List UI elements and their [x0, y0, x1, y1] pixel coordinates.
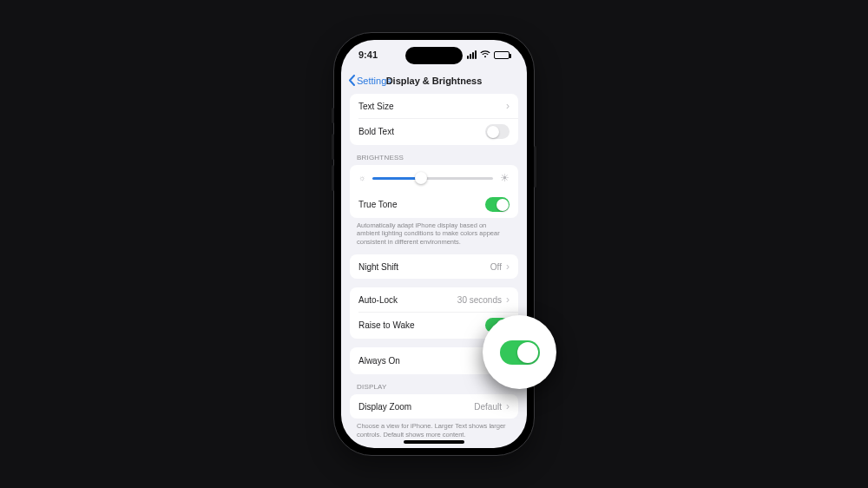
chevron-right-icon: › [506, 261, 510, 272]
dynamic-island [405, 47, 463, 64]
auto-lock-value: 30 seconds [457, 295, 502, 305]
sun-min-icon: ☼ [358, 175, 365, 182]
true-tone-row[interactable]: True Tone [350, 191, 518, 218]
auto-lock-label: Auto-Lock [358, 295, 398, 305]
wifi-icon [480, 49, 490, 60]
volume-down-button [332, 165, 334, 191]
sun-max-icon: ☀ [500, 173, 510, 183]
page-title: Display & Brightness [341, 76, 527, 86]
display-zoom-footer: Choose a view for iPhone. Larger Text sh… [350, 419, 518, 439]
nav-bar: Settings Display & Brightness [341, 69, 527, 92]
auto-lock-row[interactable]: Auto-Lock 30 seconds › [350, 287, 518, 312]
phone-frame: 9:41 Settings Display [333, 32, 535, 456]
night-shift-row[interactable]: Night Shift Off › [350, 254, 518, 279]
always-on-toggle-zoomed [500, 340, 540, 365]
night-shift-label: Night Shift [358, 262, 398, 272]
brightness-thumb[interactable] [415, 172, 427, 184]
chevron-right-icon: › [506, 401, 510, 412]
brightness-slider[interactable]: ☼ ☀ [350, 165, 518, 191]
bold-text-toggle[interactable] [485, 124, 510, 139]
display-zoom-label: Display Zoom [358, 402, 411, 412]
status-time: 9:41 [358, 49, 378, 60]
screen: 9:41 Settings Display [341, 40, 527, 448]
battery-icon [494, 51, 510, 59]
display-header: DISPLAY [350, 383, 518, 394]
settings-content: Text Size › Bold Text BRIGHTNESS ☼ [341, 92, 527, 448]
true-tone-label: True Tone [358, 200, 397, 209]
home-indicator [404, 440, 464, 444]
chevron-right-icon: › [506, 294, 510, 305]
volume-up-button [332, 134, 334, 160]
display-zoom-row[interactable]: Display Zoom Default › [350, 394, 518, 419]
raise-to-wake-label: Raise to Wake [358, 320, 415, 330]
bold-text-row[interactable]: Bold Text [350, 118, 518, 145]
true-tone-toggle[interactable] [485, 197, 510, 212]
brightness-header: BRIGHTNESS [350, 154, 518, 165]
true-tone-footer: Automatically adapt iPhone display based… [350, 218, 518, 246]
night-shift-value: Off [490, 262, 502, 272]
cellular-icon [467, 50, 477, 59]
text-size-label: Text Size [358, 102, 394, 111]
always-on-label: Always On [358, 356, 400, 366]
display-zoom-value: Default [474, 402, 502, 412]
mute-switch [332, 108, 334, 123]
always-on-callout [483, 315, 556, 389]
side-button [534, 146, 536, 188]
text-size-row[interactable]: Text Size › [350, 94, 518, 118]
chevron-right-icon: › [506, 101, 510, 111]
bold-text-label: Bold Text [358, 127, 394, 136]
